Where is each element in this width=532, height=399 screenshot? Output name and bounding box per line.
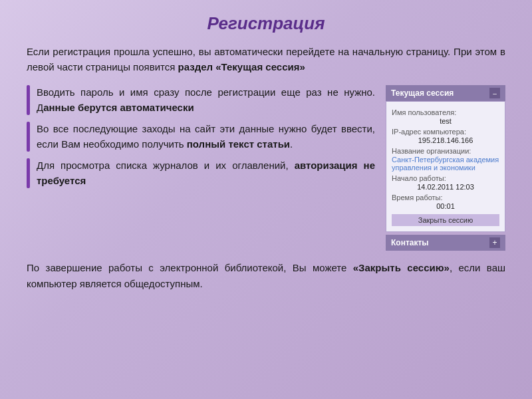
contacts-expand-button[interactable]: +: [489, 237, 500, 248]
intro-paragraph: Если регистрация прошла успешно, вы авто…: [27, 45, 505, 74]
purple-bar-3: [27, 158, 30, 188]
time-label: Время работы:: [392, 194, 499, 201]
contacts-label: Контакты: [391, 238, 429, 247]
block-item-1: Вводить пароль и имя сразу после регистр…: [27, 85, 375, 115]
block-item-2: Во все последующие заходы на сайт эти да…: [27, 122, 375, 152]
block-text-1: Вводить пароль и имя сразу после регистр…: [37, 85, 375, 115]
username-value: test: [392, 117, 499, 125]
block-text-3: Для просмотра списка журналов и их оглав…: [37, 158, 375, 188]
block3-bold: авторизация не требуется: [37, 160, 375, 186]
footer-bold: «Закрыть сессию»: [353, 262, 450, 273]
panel-close-button[interactable]: –: [489, 88, 500, 98]
ip-value: 195.218.146.166: [392, 136, 499, 144]
left-column: Вводить пароль и имя сразу после регистр…: [27, 85, 375, 251]
block2-bold: полный текст статьи: [187, 138, 290, 150]
right-panel: Текущая сессия – Имя пользователя: test …: [386, 85, 505, 251]
block1-bold: анные берутся автоматически: [43, 102, 194, 113]
footer-paragraph: По завершение работы с электронной библи…: [27, 260, 505, 292]
page-container: Регистрация Если регистрация прошла успе…: [0, 0, 532, 399]
panel-title: Текущая сессия: [391, 88, 454, 98]
content-area: Вводить пароль и имя сразу после регистр…: [27, 85, 505, 251]
purple-bar-2: [27, 122, 30, 152]
start-value: 14.02.2011 12:03: [392, 183, 499, 191]
purple-bar-1: [27, 85, 30, 115]
close-session-button[interactable]: Закрыть сессию: [392, 214, 499, 226]
panel-body: Имя пользователя: test IP-адрес компьюте…: [386, 101, 505, 232]
page-title: Регистрация: [27, 13, 505, 34]
time-value: 00:01: [392, 202, 499, 210]
ip-label: IP-адрес компьютера:: [392, 128, 499, 136]
panel-header: Текущая сессия –: [386, 85, 505, 101]
org-value: Санкт-Петербургская академия управления …: [392, 156, 499, 172]
block-item-3: Для просмотра списка журналов и их оглав…: [27, 158, 375, 188]
intro-text-bold: раздел «Текущая сессия»: [178, 61, 305, 72]
username-label: Имя пользователя:: [392, 108, 499, 116]
contacts-header: Контакты +: [386, 235, 505, 251]
start-label: Начало работы:: [392, 174, 499, 182]
org-label: Название организации:: [392, 147, 499, 155]
block-text-2: Во все последующие заходы на сайт эти да…: [37, 122, 375, 152]
